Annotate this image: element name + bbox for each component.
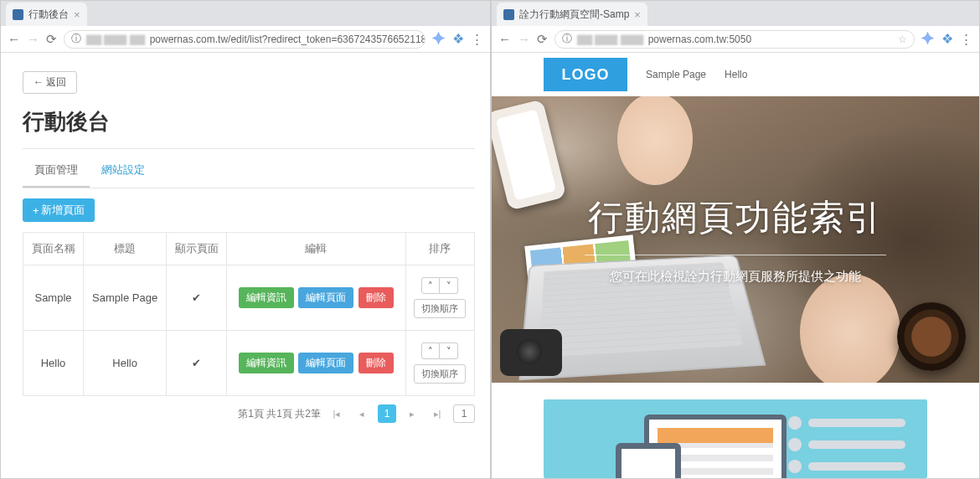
edit-page-button[interactable]: 編輯頁面 — [298, 353, 353, 373]
browser-tab[interactable]: 行動後台 × — [6, 3, 87, 26]
admin-tabs: 頁面管理 網站設定 — [23, 154, 475, 188]
browser-window-right: 詮力行動網頁空間-Samp × ◯ — □ × ← → ⟳ ⓘ ▇▇ ▇▇▇ ▇… — [491, 0, 980, 479]
edit-page-button[interactable]: 編輯頁面 — [298, 287, 353, 308]
table-row: Hello Hello ✔ 編輯資訊 編輯頁面 刪除 ˄ ˅ — [23, 331, 475, 396]
pager-goto-input[interactable]: 1 — [453, 404, 475, 423]
pager-summary: 第1頁 共1頁 共2筆 — [238, 407, 321, 421]
url-text: powernas.com.tw/edit/list?redirect_token… — [150, 33, 426, 45]
pagination: 第1頁 共1頁 共2筆 |◂ ◂ 1 ▸ ▸| 1 — [23, 404, 475, 423]
url-blur: ▇▇ ▇▇▇ ▇▇▇ — [577, 33, 643, 45]
back-icon[interactable]: ← — [8, 32, 20, 46]
pager-first-icon[interactable]: |◂ — [328, 404, 346, 423]
favicon-icon — [503, 9, 514, 20]
browser-tab[interactable]: 詮力行動網頁空間-Samp × — [497, 3, 647, 26]
logo[interactable]: LOGO — [544, 58, 627, 91]
cell-sort: ˄ ˅ 切換順序 — [405, 331, 474, 396]
add-page-button[interactable]: + 新增頁面 — [23, 198, 95, 222]
hero-title: 行動網頁功能索引 — [588, 194, 883, 241]
url-field[interactable]: ⓘ ▇▇ ▇▇▇ ▇▇▇ powernas.com.tw:5050 ☆ — [554, 30, 915, 49]
cell-edit: 編輯資訊 編輯頁面 刪除 — [227, 265, 405, 331]
tab-close-icon[interactable]: × — [74, 8, 80, 21]
tab-title: 詮力行動網頁空間-Samp — [519, 8, 629, 22]
teaser-section — [492, 383, 979, 478]
col-edit: 編輯 — [227, 233, 405, 265]
tab-close-icon[interactable]: × — [634, 8, 641, 21]
teaser-list-graphic — [788, 416, 905, 478]
menu-icon[interactable]: ⋮ — [960, 32, 972, 47]
address-bar: ← → ⟳ ⓘ ▇▇ ▇▇▇ ▇▇ powernas.com.tw/edit/l… — [1, 26, 490, 53]
delete-button[interactable]: 刪除 — [358, 287, 394, 308]
nav-sample[interactable]: Sample Page — [646, 69, 706, 80]
admin-page: ← 返回 行動後台 頁面管理 網站設定 + 新增頁面 頁面名稱 標題 顯示頁面 … — [1, 53, 490, 478]
bookmark-icon[interactable]: ☆ — [898, 33, 907, 45]
sort-up-button[interactable]: ˄ — [421, 343, 440, 359]
sort-down-button[interactable]: ˅ — [440, 343, 458, 359]
edit-info-button[interactable]: 編輯資訊 — [239, 353, 294, 373]
sort-up-button[interactable]: ˄ — [421, 277, 440, 294]
site-preview: LOGO Sample Page Hello 行動網頁功能索引 您可在此檢視詮力… — [492, 53, 979, 478]
extension-icon-1[interactable]: ⯌ — [921, 32, 935, 47]
pager-next-icon[interactable]: ▸ — [403, 404, 421, 423]
page-title: 行動後台 — [23, 107, 475, 136]
pager-prev-icon[interactable]: ◂ — [353, 404, 371, 423]
col-title: 標題 — [84, 233, 167, 265]
tab-settings[interactable]: 網站設定 — [90, 154, 157, 188]
site-header: LOGO Sample Page Hello — [492, 53, 979, 96]
url-text: powernas.com.tw:5050 — [648, 33, 751, 45]
pager-last-icon[interactable]: ▸| — [428, 404, 446, 423]
sort-switch-button[interactable]: 切換順序 — [414, 364, 466, 384]
cell-show: ✔ — [167, 265, 227, 331]
favicon-icon — [13, 9, 23, 20]
teaser-card — [544, 399, 927, 478]
plus-icon: + — [33, 204, 39, 217]
back-button[interactable]: ← 返回 — [23, 71, 77, 94]
tab-title: 行動後台 — [28, 8, 69, 22]
delete-button[interactable]: 刪除 — [358, 353, 394, 373]
pages-table: 頁面名稱 標題 顯示頁面 編輯 排序 Sample Sample Page ✔ … — [23, 232, 475, 396]
site-info-icon[interactable]: ⓘ — [71, 32, 81, 46]
edit-info-button[interactable]: 編輯資訊 — [239, 287, 294, 308]
url-field[interactable]: ⓘ ▇▇ ▇▇▇ ▇▇ powernas.com.tw/edit/list?re… — [64, 30, 426, 49]
col-show: 顯示頁面 — [167, 233, 227, 265]
add-page-label: 新增頁面 — [41, 203, 85, 218]
cell-title: Hello — [84, 331, 167, 396]
cell-title: Sample Page — [84, 265, 167, 331]
url-blur: ▇▇ ▇▇▇ ▇▇ — [86, 33, 145, 45]
cell-edit: 編輯資訊 編輯頁面 刪除 — [227, 331, 405, 396]
hero-divider — [585, 255, 886, 255]
menu-icon[interactable]: ⋮ — [471, 32, 483, 47]
extension-icon-1[interactable]: ⯌ — [432, 32, 446, 47]
hero-subtitle: 您可在此檢視詮力行動網頁服務所提供之功能 — [610, 269, 861, 285]
back-icon[interactable]: ← — [498, 32, 511, 46]
address-bar: ← → ⟳ ⓘ ▇▇ ▇▇▇ ▇▇▇ powernas.com.tw:5050 … — [492, 26, 979, 53]
browser-window-left: 行動後台 × ◯ — □ × ← → ⟳ ⓘ ▇▇ ▇▇▇ ▇▇ powerna… — [0, 0, 491, 479]
tab-strip: 詮力行動網頁空間-Samp × ◯ — □ × — [492, 1, 979, 26]
sort-switch-button[interactable]: 切換順序 — [414, 299, 466, 318]
cell-name: Sample — [23, 265, 84, 331]
site-info-icon[interactable]: ⓘ — [562, 32, 572, 46]
reload-icon[interactable]: ⟳ — [46, 32, 57, 47]
col-name: 頁面名稱 — [23, 233, 84, 265]
reload-icon[interactable]: ⟳ — [537, 32, 548, 47]
table-row: Sample Sample Page ✔ 編輯資訊 編輯頁面 刪除 ˄ ˅ — [23, 265, 475, 331]
tab-strip: 行動後台 × ◯ — □ × — [1, 1, 490, 26]
col-sort: 排序 — [405, 233, 474, 265]
extension-icon-2[interactable]: ❖ — [452, 31, 464, 47]
hero-section: 行動網頁功能索引 您可在此檢視詮力行動網頁服務所提供之功能 — [492, 96, 979, 383]
forward-icon[interactable]: → — [27, 32, 39, 46]
cell-name: Hello — [23, 331, 84, 396]
pager-current[interactable]: 1 — [378, 404, 396, 423]
nav-hello[interactable]: Hello — [725, 69, 747, 80]
extension-icon-2[interactable]: ❖ — [941, 31, 953, 47]
cell-show: ✔ — [167, 331, 227, 396]
sort-down-button[interactable]: ˅ — [440, 277, 458, 294]
cell-sort: ˄ ˅ 切換順序 — [405, 265, 474, 331]
forward-icon[interactable]: → — [518, 32, 530, 46]
teaser-tablet-graphic — [616, 443, 681, 478]
tab-pages[interactable]: 頁面管理 — [23, 154, 90, 188]
